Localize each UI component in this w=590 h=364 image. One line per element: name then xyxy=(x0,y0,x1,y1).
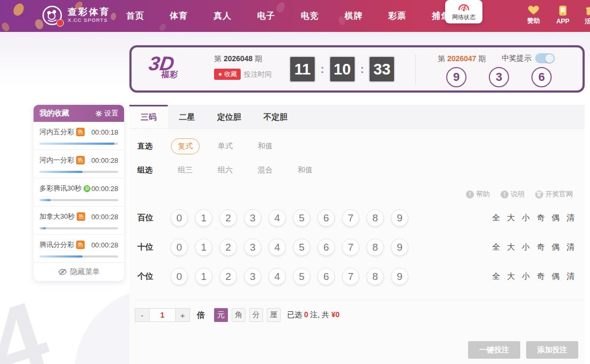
play-option[interactable]: 单式 xyxy=(211,138,240,154)
number-ball[interactable]: 4 xyxy=(268,268,286,285)
nav-item-lottery[interactable]: 彩票 xyxy=(375,11,419,22)
favorite-item[interactable]: 河内一分彩热00:00:28 xyxy=(34,150,124,178)
favorite-badge-button[interactable]: ★ 收藏 xyxy=(214,69,241,80)
last-issue: 第 2026047 期 xyxy=(438,54,486,64)
quick-select[interactable]: 小 xyxy=(522,213,530,223)
unit-button[interactable]: 角 xyxy=(232,308,245,322)
tab-2[interactable]: 定位胆 xyxy=(206,105,252,128)
number-ball[interactable]: 4 xyxy=(268,209,286,227)
quick-select[interactable]: 小 xyxy=(522,242,530,252)
number-ball[interactable]: 0 xyxy=(170,268,188,285)
favorite-item[interactable]: 河内五分彩热00:00:18 xyxy=(34,122,124,150)
watermark-4: 4 xyxy=(0,286,59,364)
number-ball[interactable]: 7 xyxy=(342,209,359,227)
draw-number-ball: 9 xyxy=(446,67,466,87)
number-ball[interactable]: 1 xyxy=(195,209,212,227)
coin-decoration xyxy=(1,21,11,32)
quick-select[interactable]: 奇 xyxy=(537,242,545,252)
quick-select[interactable]: 奇 xyxy=(537,213,545,223)
unit-button[interactable]: 厘 xyxy=(267,308,281,322)
quick-select[interactable]: 奇 xyxy=(537,271,545,282)
number-ball[interactable]: 3 xyxy=(244,268,261,285)
hide-menu-button[interactable]: 隐藏菜单 xyxy=(34,263,124,281)
help-link[interactable]: 官开奖官网 xyxy=(535,189,573,199)
settings-button[interactable]: 设置 xyxy=(95,109,118,118)
quick-select[interactable]: 大 xyxy=(507,271,515,282)
progress-bar xyxy=(39,143,118,145)
number-ball[interactable]: 1 xyxy=(195,238,212,256)
number-ball[interactable]: 7 xyxy=(342,268,359,285)
number-ball[interactable]: 6 xyxy=(317,268,335,285)
number-ball[interactable]: 2 xyxy=(219,268,237,285)
nav-item-chess[interactable]: 棋牌 xyxy=(332,11,375,22)
quick-select[interactable]: 偶 xyxy=(552,242,560,252)
nav-item-esports[interactable]: 电竞 xyxy=(288,11,332,22)
nav-item-home[interactable]: 首页 xyxy=(113,11,157,22)
app-button[interactable]: APP xyxy=(550,5,576,25)
play-option[interactable]: 组三 xyxy=(171,162,200,178)
number-ball[interactable]: 4 xyxy=(268,238,286,256)
number-ball[interactable]: 3 xyxy=(244,209,261,227)
win-tip-toggle[interactable] xyxy=(535,53,555,63)
number-ball[interactable]: 1 xyxy=(195,268,212,285)
unit-button[interactable]: 元 xyxy=(214,308,228,322)
play-option[interactable]: 和值 xyxy=(251,138,280,154)
number-ball[interactable]: 9 xyxy=(391,238,408,256)
number-ball[interactable]: 9 xyxy=(391,209,408,227)
number-ball[interactable]: 3 xyxy=(244,238,261,256)
play-option[interactable]: 组六 xyxy=(211,162,240,178)
quick-select[interactable]: 全 xyxy=(492,242,500,252)
number-ball[interactable]: 5 xyxy=(293,209,310,227)
number-ball[interactable]: 5 xyxy=(293,238,310,256)
favorite-item[interactable]: 多彩腾讯30秒新00:00:28 xyxy=(34,178,124,206)
play-option[interactable]: 复式 xyxy=(171,138,200,154)
quick-select[interactable]: 偶 xyxy=(552,271,560,282)
unit-button[interactable]: 分 xyxy=(249,308,263,322)
number-ball[interactable]: 8 xyxy=(366,209,384,227)
favorite-item[interactable]: 加拿大30秒热00:00:28 xyxy=(34,206,124,235)
favorite-item[interactable]: 腾讯分分彩热00:00:28 xyxy=(34,235,124,263)
number-ball[interactable]: 0 xyxy=(170,209,188,227)
quick-select[interactable]: 全 xyxy=(492,271,500,282)
quick-select[interactable]: 大 xyxy=(507,242,515,252)
number-ball[interactable]: 5 xyxy=(293,268,310,285)
quick-select[interactable]: 清 xyxy=(567,213,575,223)
site-logo[interactable]: 查彩体育 X.CC SPORTS xyxy=(42,5,110,26)
number-ball[interactable]: 7 xyxy=(342,238,359,256)
progress-fill xyxy=(39,171,83,173)
tab-3[interactable]: 不定胆 xyxy=(252,105,299,128)
quick-select[interactable]: 偶 xyxy=(552,213,560,223)
multiplier-plus-button[interactable]: + xyxy=(175,308,190,322)
number-ball[interactable]: 8 xyxy=(366,268,384,285)
quick-select[interactable]: 全 xyxy=(492,213,500,223)
number-ball[interactable]: 6 xyxy=(317,209,335,227)
quick-select[interactable]: 清 xyxy=(567,271,575,282)
quick-select[interactable]: 小 xyxy=(522,271,530,282)
play-option[interactable]: 和值 xyxy=(291,162,319,178)
quick-select[interactable]: 大 xyxy=(507,213,515,223)
sponsor-button[interactable]: 赞助 xyxy=(521,5,546,26)
number-ball[interactable]: 0 xyxy=(170,238,188,256)
number-ball[interactable]: 2 xyxy=(219,209,237,227)
countdown-timer: 11 : 10 : 33 xyxy=(289,56,395,82)
number-ball[interactable]: 9 xyxy=(391,268,408,285)
quick-select[interactable]: 清 xyxy=(567,242,575,252)
multiplier-minus-button[interactable]: - xyxy=(135,308,150,322)
number-ball[interactable]: 6 xyxy=(317,238,335,256)
tab-1[interactable]: 二星 xyxy=(168,105,206,128)
number-ball[interactable]: 2 xyxy=(219,238,237,256)
quick-bet-button[interactable]: 一键投注 xyxy=(468,341,520,359)
nav-item-slots[interactable]: 电子 xyxy=(244,11,288,22)
nav-item-sports[interactable]: 体育 xyxy=(157,11,201,22)
tab-0[interactable]: 三码 xyxy=(129,105,168,128)
add-bet-button[interactable]: 添加投注 xyxy=(526,341,578,359)
help-link[interactable]: !帮助 xyxy=(466,189,490,199)
activity-button[interactable]: 活动 xyxy=(578,5,590,26)
number-ball[interactable]: 8 xyxy=(366,238,384,256)
play-option[interactable]: 混合 xyxy=(251,162,280,178)
coin-decoration xyxy=(11,2,26,18)
network-status-button[interactable]: 网络状态 xyxy=(445,0,482,23)
help-link[interactable]: !说明 xyxy=(501,189,525,199)
multiplier-input[interactable] xyxy=(150,308,175,322)
nav-item-live[interactable]: 真人 xyxy=(201,11,244,22)
